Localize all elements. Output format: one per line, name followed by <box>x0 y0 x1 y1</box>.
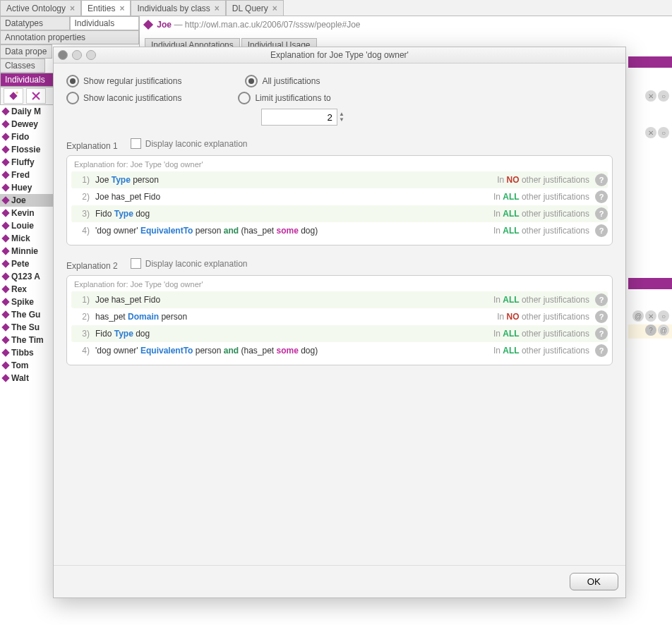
close-icon[interactable]: × <box>272 4 277 13</box>
dialog-title: Explanation for Joe Type 'dog owner' <box>54 50 625 60</box>
individual-icon <box>1 222 9 229</box>
subtab-individuals-selected[interactable]: Individuals <box>0 73 59 87</box>
close-icon[interactable]: × <box>215 4 220 13</box>
close-icon[interactable]: ✕ <box>645 90 656 102</box>
explanation-for-label: Explanation for: Joe Type 'dog owner' <box>71 280 608 291</box>
subtab-annotation-props[interactable]: Annotation properties <box>0 30 139 44</box>
help-icon[interactable]: ? <box>595 344 608 357</box>
subtab-individuals[interactable]: Individuals <box>70 16 140 30</box>
axiom-row: 2)Joe has_pet FidoIn ALL other justifica… <box>71 188 608 205</box>
right-badges-2: ✕ ○ <box>645 127 669 138</box>
individual-icon <box>1 158 9 166</box>
axiom-row: 1)Joe has_pet FidoIn ALL other justifica… <box>71 291 608 308</box>
explanation-title: Explanation 1 <box>66 141 118 151</box>
ok-button[interactable]: OK <box>570 573 618 590</box>
help-icon[interactable]: ? <box>595 207 608 220</box>
individual-icon <box>1 348 9 356</box>
subtab-datatypes[interactable]: Datatypes <box>0 16 70 30</box>
dialog-button-bar: OK <box>54 565 625 597</box>
right-panel-header-1 <box>628 56 672 68</box>
right-badges-3: @ ✕ ○ <box>632 310 669 322</box>
close-icon[interactable]: ✕ <box>645 310 656 322</box>
at-icon[interactable]: @ <box>632 310 644 322</box>
individual-icon <box>1 107 9 115</box>
right-badges-1: ✕ ○ <box>645 90 669 102</box>
help-icon[interactable]: ? <box>595 310 608 323</box>
help-icon[interactable]: ? <box>595 327 608 340</box>
subtab-data-props[interactable]: Data prope <box>0 44 52 59</box>
individual-icon <box>1 310 9 318</box>
help-icon[interactable]: ? <box>595 190 608 203</box>
entity-name: Joe <box>157 20 172 30</box>
axiom-row: 4)'dog owner' EquivalentTo person and (h… <box>71 342 608 359</box>
close-icon[interactable]: × <box>70 4 75 13</box>
explanation-box: Explanation for: Joe Type 'dog owner'1)J… <box>66 155 613 245</box>
right-badges-4: ? @ <box>645 324 669 336</box>
axiom-row: 1)Joe Type personIn NO other justificati… <box>71 171 608 188</box>
subtab-classes[interactable]: Classes <box>0 59 45 73</box>
limit-spinner[interactable]: ▲▼ <box>261 109 344 126</box>
axiom-row: 4)'dog owner' EquivalentTo person and (h… <box>71 222 608 239</box>
individual-icon <box>1 171 9 178</box>
help-icon[interactable]: ? <box>595 224 608 237</box>
tab-entities[interactable]: Entities× <box>81 0 131 16</box>
dialog-titlebar: Explanation for Joe Type 'dog owner' <box>54 47 625 63</box>
limit-input[interactable] <box>261 109 337 126</box>
circle-icon[interactable]: ○ <box>658 127 669 138</box>
radio-limit-justifications[interactable]: Limit justifications to <box>238 92 330 104</box>
individual-icon <box>143 20 153 30</box>
individual-icon <box>1 196 9 204</box>
axiom-row: 3)Fido Type dogIn ALL other justificatio… <box>71 325 608 342</box>
delete-individual-button[interactable] <box>26 88 46 104</box>
main-tabs: Active Ontology×Entities×Individuals by … <box>0 0 672 16</box>
explanation-title: Explanation 2 <box>66 261 118 271</box>
help-icon[interactable]: ? <box>645 324 656 336</box>
individual-icon <box>1 361 9 369</box>
at-icon[interactable]: @ <box>658 324 669 336</box>
spinner-down-icon[interactable]: ▼ <box>339 117 344 123</box>
individual-icon <box>1 247 9 255</box>
display-laconic-checkbox[interactable]: Display laconic explanation <box>131 138 248 149</box>
tab-active-ontology[interactable]: Active Ontology× <box>0 0 81 16</box>
right-panel-header-2 <box>628 278 672 289</box>
individual-icon <box>1 133 9 140</box>
individual-icon <box>1 298 9 305</box>
individual-icon <box>1 260 9 267</box>
entity-uri: http://owl.man.ac.uk/2006/07/sssw/people… <box>185 20 361 30</box>
individual-icon <box>1 336 9 344</box>
close-icon[interactable]: ✕ <box>645 127 656 138</box>
svg-text:+: + <box>16 91 18 95</box>
tab-dl-query[interactable]: DL Query× <box>226 0 284 16</box>
help-icon[interactable]: ? <box>595 174 608 186</box>
explanation-for-label: Explanation for: Joe Type 'dog owner' <box>71 160 608 171</box>
dialog-body: Show regular justifications All justific… <box>54 63 625 565</box>
individual-icon <box>1 209 9 217</box>
radio-show-regular[interactable]: Show regular justifications <box>66 75 181 87</box>
individual-icon <box>1 183 9 191</box>
radio-all-justifications[interactable]: All justifications <box>245 75 320 87</box>
axiom-row: 3)Fido Type dogIn ALL other justificatio… <box>71 205 608 222</box>
individual-icon <box>1 323 9 331</box>
tab-individuals-by-class[interactable]: Individuals by class× <box>131 0 225 16</box>
circle-icon[interactable]: ○ <box>658 310 669 322</box>
individual-icon <box>1 234 9 242</box>
individual-icon <box>1 145 9 153</box>
radio-show-laconic[interactable]: Show laconic justifications <box>66 92 181 104</box>
circle-icon[interactable]: ○ <box>658 90 669 102</box>
individual-icon <box>1 272 9 280</box>
explanation-box: Explanation for: Joe Type 'dog owner'1)J… <box>66 275 613 365</box>
display-laconic-checkbox[interactable]: Display laconic explanation <box>131 258 248 269</box>
explanation-dialog: Explanation for Joe Type 'dog owner' Sho… <box>53 47 626 598</box>
individual-icon <box>1 285 9 293</box>
entity-header: Joe — http://owl.man.ac.uk/2006/07/sssw/… <box>145 20 361 30</box>
add-individual-button[interactable]: + <box>4 88 23 104</box>
individual-icon <box>1 120 9 128</box>
help-icon[interactable]: ? <box>595 293 608 306</box>
close-icon[interactable]: × <box>119 4 124 13</box>
axiom-row: 2)has_pet Domain personIn NO other justi… <box>71 308 608 325</box>
individual-icon <box>1 374 9 382</box>
